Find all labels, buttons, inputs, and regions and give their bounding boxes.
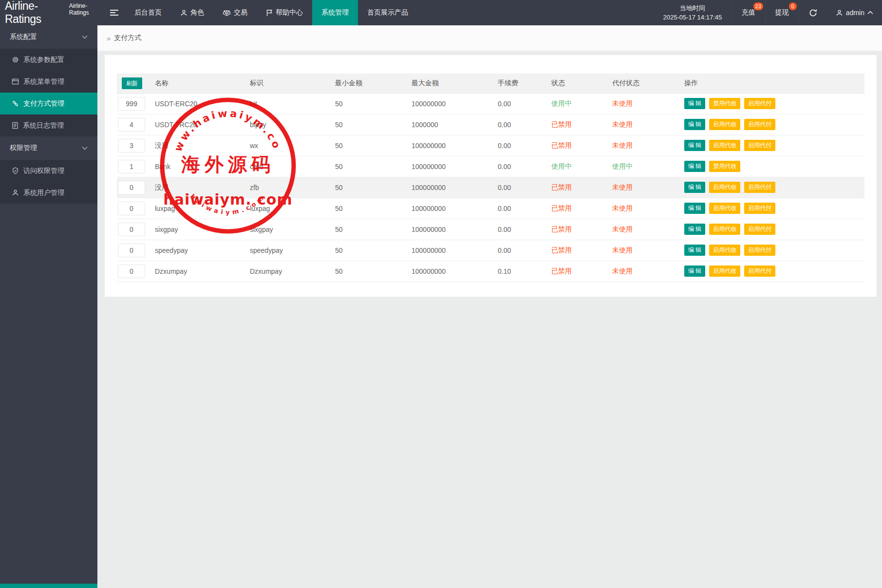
refresh-page-button[interactable] <box>799 0 827 25</box>
edit-button[interactable]: 编 辑 <box>684 98 705 109</box>
sidebar-item-payment[interactable]: 支付方式管理 <box>0 93 97 114</box>
cell-actions: 编 辑启用代收启用代付 <box>684 219 864 240</box>
enable-collect-button[interactable]: 启用代收 <box>709 266 740 277</box>
user-menu[interactable]: admin <box>827 0 882 25</box>
cell-max-amount: 100000000 <box>412 198 498 219</box>
col-header-max: 最大金额 <box>412 74 498 93</box>
sidebar-toggle-button[interactable] <box>103 0 125 25</box>
cell-code: speedypay <box>250 240 335 261</box>
enable-payout-button[interactable]: 启用代付 <box>744 119 775 130</box>
nav-item-role[interactable]: 角色 <box>171 0 213 25</box>
table-row: luxpag luxpag 50 100000000 0.00 已禁用 未使用 … <box>117 198 864 219</box>
cell-max-amount: 100000000 <box>412 219 498 240</box>
window-menu-icon <box>12 78 19 85</box>
sidebar-item-params[interactable]: 系统参数配置 <box>0 49 97 71</box>
proxy-status-badge: 使用中 <box>612 156 684 177</box>
enable-payout-button[interactable]: 启用代付 <box>744 245 775 256</box>
cell-code: bit <box>250 93 335 114</box>
nav-item-label: 后台首页 <box>134 8 162 17</box>
nav-item-trade[interactable]: 交易 <box>213 0 257 25</box>
col-header-status: 状态 <box>551 74 612 93</box>
enable-payout-button[interactable]: 启用代付 <box>744 140 775 151</box>
cell-max-amount: 100000000 <box>412 261 498 282</box>
edit-button[interactable]: 编 辑 <box>684 224 705 235</box>
enable-collect-button[interactable]: 启用代收 <box>709 182 740 193</box>
sort-input[interactable] <box>118 160 145 173</box>
edit-button[interactable]: 编 辑 <box>684 182 705 193</box>
withdraw-button[interactable]: 提现 0 <box>765 0 799 25</box>
sidebar-item-label: 系统用户管理 <box>23 189 64 197</box>
nav-item-home[interactable]: 后台首页 <box>125 0 171 25</box>
enable-collect-button[interactable]: 启用代收 <box>709 119 740 130</box>
proxy-status-badge: 未使用 <box>612 261 684 282</box>
nav-item-products[interactable]: 首页展示产品 <box>358 0 417 25</box>
sidebar-section-label: 系统配置 <box>10 33 37 41</box>
breadcrumb: » 支付方式 <box>97 25 882 51</box>
sort-input[interactable] <box>118 223 145 236</box>
enable-collect-button[interactable]: 启用代收 <box>709 245 740 256</box>
brand-logo: Airline-Ratings Airline-Ratings <box>0 0 103 25</box>
sort-input[interactable] <box>118 139 145 152</box>
cell-name: luxpag <box>155 198 250 219</box>
cell-fee: 0.00 <box>498 135 551 156</box>
disable-collect-button[interactable]: 禁用代收 <box>709 98 740 109</box>
edit-button[interactable]: 编 辑 <box>684 203 705 214</box>
cell-name: 没用 <box>155 135 250 156</box>
edit-button[interactable]: 编 辑 <box>684 245 705 256</box>
enable-payout-button[interactable]: 启用代付 <box>744 266 775 277</box>
cell-max-amount: 1000000 <box>412 114 498 135</box>
sidebar-section-perm[interactable]: 权限管理 <box>0 136 97 160</box>
sidebar-item-label: 系统日志管理 <box>23 121 64 130</box>
topbar: Airline-Ratings Airline-Ratings 后台首页 角色 … <box>0 0 882 25</box>
sort-input[interactable] <box>118 244 145 257</box>
cell-actions: 编 辑禁用代收 <box>684 156 864 177</box>
enable-collect-button[interactable]: 启用代收 <box>709 203 740 214</box>
cell-name: Dzxumpay <box>155 261 250 282</box>
scales-icon <box>223 9 231 17</box>
nav-item-label: 交易 <box>234 8 247 17</box>
sort-input[interactable] <box>118 181 145 194</box>
status-badge: 使用中 <box>551 93 612 114</box>
col-header-fee: 手续费 <box>498 74 551 93</box>
nav-item-system[interactable]: 系统管理 <box>312 0 358 25</box>
cell-max-amount: 100000000 <box>412 240 498 261</box>
table-row: USDT-TRC20 bipay 50 1000000 0.00 已禁用 未使用… <box>117 114 864 135</box>
cell-actions: 编 辑禁用代收启用代付 <box>684 93 864 114</box>
edit-button[interactable]: 编 辑 <box>684 266 705 277</box>
cell-sort <box>117 93 155 114</box>
sidebar-item-menu[interactable]: 系统菜单管理 <box>0 71 97 93</box>
enable-payout-button[interactable]: 启用代付 <box>744 182 775 193</box>
sort-input[interactable] <box>118 202 145 215</box>
enable-collect-button[interactable]: 启用代收 <box>709 140 740 151</box>
col-header-name: 名称 <box>155 74 250 93</box>
cell-fee: 0.00 <box>498 93 551 114</box>
sidebar-item-users[interactable]: 系统用户管理 <box>0 182 97 204</box>
enable-collect-button[interactable]: 启用代收 <box>709 224 740 235</box>
recharge-label: 充值 <box>742 8 755 17</box>
enable-payout-button[interactable]: 启用代付 <box>744 98 775 109</box>
refresh-icon <box>809 9 817 17</box>
sort-input[interactable] <box>118 118 145 132</box>
recharge-button[interactable]: 充值 23 <box>732 0 765 25</box>
sort-input[interactable] <box>118 97 145 111</box>
cell-min-amount: 50 <box>335 177 412 198</box>
edit-button[interactable]: 编 辑 <box>684 119 705 130</box>
col-header-code: 标识 <box>250 74 335 93</box>
cell-name: USDT-TRC20 <box>155 114 250 135</box>
cell-sort <box>117 240 155 261</box>
edit-button[interactable]: 编 辑 <box>684 161 705 172</box>
status-badge: 已禁用 <box>551 219 612 240</box>
enable-payout-button[interactable]: 启用代付 <box>744 203 775 214</box>
sidebar-item-log[interactable]: 系统日志管理 <box>0 114 97 136</box>
nav-item-help[interactable]: 帮助中心 <box>257 0 312 25</box>
sort-input[interactable] <box>118 265 145 278</box>
refresh-button[interactable]: 刷新 <box>122 77 142 89</box>
cell-min-amount: 50 <box>335 135 412 156</box>
cell-min-amount: 50 <box>335 93 412 114</box>
edit-button[interactable]: 编 辑 <box>684 140 705 151</box>
sidebar-item-access[interactable]: 访问权限管理 <box>0 160 97 182</box>
enable-payout-button[interactable]: 启用代付 <box>744 224 775 235</box>
disable-collect-button[interactable]: 禁用代收 <box>709 161 740 172</box>
sidebar-section-config[interactable]: 系统配置 <box>0 25 97 49</box>
cell-code: luxpag <box>250 198 335 219</box>
